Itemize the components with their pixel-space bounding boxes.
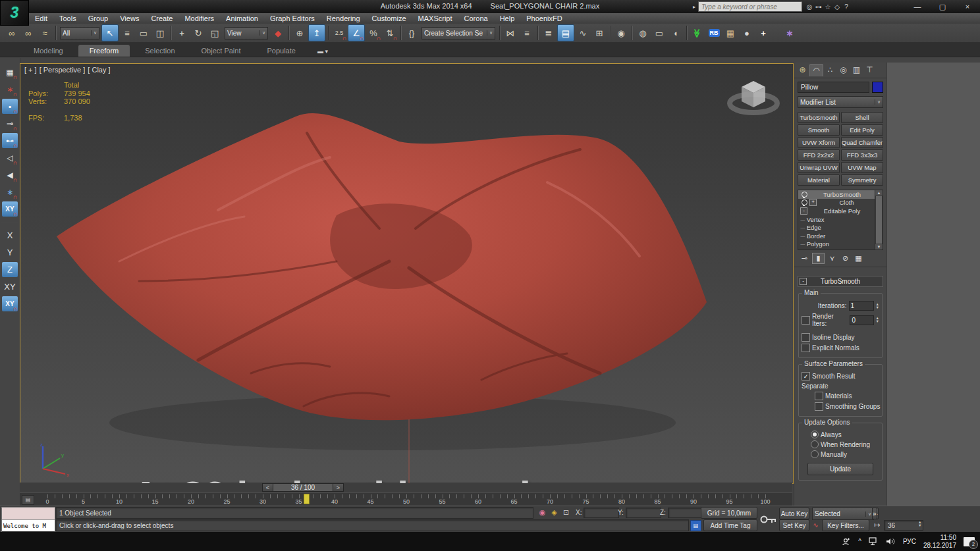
mirror-button[interactable]: ⋈ bbox=[503, 25, 518, 41]
modifier-list-dropdown[interactable]: Modifier List ∨ bbox=[798, 96, 883, 108]
x-coordinate-field[interactable] bbox=[584, 508, 619, 518]
snap-xy-plane-button[interactable]: XY∩ bbox=[2, 201, 18, 217]
menu-help[interactable]: Help bbox=[494, 13, 521, 24]
menu-rendering[interactable]: Rendering bbox=[321, 13, 366, 24]
tab-selection[interactable]: Selection bbox=[134, 45, 186, 57]
snap-face-center-button[interactable]: ◀∩ bbox=[2, 167, 18, 182]
manually-radio[interactable] bbox=[811, 450, 819, 458]
menu-modifiers[interactable]: Modifiers bbox=[178, 13, 220, 24]
select-and-link-button[interactable]: ∞ bbox=[4, 25, 20, 41]
people-icon[interactable] bbox=[842, 537, 851, 546]
stack-item-element[interactable]: ----Element bbox=[798, 248, 875, 250]
modifier-button-symmetry[interactable]: Symmetry bbox=[841, 174, 883, 186]
make-unique-icon[interactable]: ⋎ bbox=[827, 253, 838, 263]
lightbulb-icon[interactable] bbox=[802, 199, 807, 205]
material-editor-button[interactable]: ◉ bbox=[613, 25, 629, 41]
stack-item-border[interactable]: ----Border bbox=[798, 232, 875, 240]
bind-to-space-warp-button[interactable]: ≈ bbox=[37, 25, 53, 41]
plugin-sphere-button[interactable]: ● bbox=[739, 25, 755, 41]
clock[interactable]: 11:50 28.12.2017 bbox=[923, 534, 956, 550]
reference-coordinate-system-dropdown[interactable]: View∨ bbox=[225, 27, 268, 39]
scroll-thumb[interactable] bbox=[875, 196, 883, 244]
modifier-button-material[interactable]: Material bbox=[798, 174, 840, 186]
expand-icon[interactable]: - bbox=[800, 207, 807, 215]
use-pivot-point-center-button[interactable]: ◆ bbox=[270, 25, 286, 41]
key-mode-toggle-icon[interactable]: ↦ bbox=[872, 520, 882, 530]
time-slider[interactable]: < 36 / 100 > bbox=[262, 483, 344, 492]
update-button[interactable]: Update bbox=[807, 463, 873, 475]
language-indicator[interactable]: РУС bbox=[903, 538, 916, 545]
stack-scrollbar[interactable]: ▲ ▼ bbox=[875, 190, 883, 249]
plugin-chevrons-button[interactable]: ≫ bbox=[690, 25, 705, 41]
isoline-display-checkbox[interactable] bbox=[802, 333, 810, 342]
angle-snap-toggle-button[interactable]: ∠∩ bbox=[348, 24, 365, 41]
menu-tools[interactable]: Tools bbox=[53, 13, 82, 24]
selection-filter-dropdown[interactable]: All∨ bbox=[60, 27, 99, 39]
restore-button[interactable]: ▢ bbox=[930, 0, 955, 13]
snaps-toggle-button[interactable]: 2.5∩ bbox=[331, 25, 347, 41]
curve-editor-button[interactable]: ∿ bbox=[575, 25, 591, 41]
close-button[interactable]: × bbox=[955, 0, 980, 13]
application-menu-button[interactable]: 3 bbox=[0, 0, 29, 26]
grid-setting[interactable]: Grid = 10,0mm bbox=[701, 507, 757, 519]
snap-vertex-button[interactable]: ▪∩ bbox=[2, 99, 18, 114]
menu-edit[interactable]: Edit bbox=[29, 13, 53, 24]
tab-freeform[interactable]: Freeform bbox=[78, 45, 130, 57]
object-name-field[interactable]: Pillow bbox=[798, 82, 869, 93]
smooth-result-checkbox[interactable] bbox=[802, 372, 810, 380]
panel-tab-utilities[interactable]: ⊤ bbox=[863, 64, 876, 76]
menu-corona[interactable]: Corona bbox=[458, 13, 494, 24]
menu-graph-editors[interactable]: Graph Editors bbox=[264, 13, 321, 24]
ribbon-minimize-icon[interactable]: ▬ ▾ bbox=[317, 48, 328, 55]
explicit-normals-checkbox[interactable] bbox=[802, 344, 810, 352]
search-expand-icon[interactable]: ▸ bbox=[693, 4, 695, 10]
rollout-header[interactable]: - TurboSmooth bbox=[798, 276, 883, 287]
snap-midpoint-button[interactable]: ⊷∩ bbox=[2, 133, 18, 148]
mini-curve-editor-button[interactable]: ▤ bbox=[22, 495, 34, 505]
menu-views[interactable]: Views bbox=[114, 13, 145, 24]
modifier-button-edit-poly[interactable]: Edit Poly bbox=[841, 124, 883, 136]
stack-item-turbosmooth[interactable]: TurboSmooth bbox=[798, 190, 875, 199]
panel-tab-modify[interactable]: ◠ bbox=[809, 64, 823, 76]
macro-recorder-field[interactable] bbox=[2, 508, 55, 520]
rayfire-rb-button[interactable]: RB bbox=[706, 25, 722, 41]
panel-tab-create[interactable]: ⊛ bbox=[796, 64, 809, 76]
iterations-field[interactable]: 1 bbox=[849, 301, 874, 311]
always-radio[interactable] bbox=[811, 431, 819, 438]
viewport-menu-shading[interactable]: [ Clay ] bbox=[88, 66, 110, 74]
select-and-manipulate-button[interactable]: ⊕ bbox=[292, 25, 308, 41]
menu-group[interactable]: Group bbox=[82, 13, 115, 24]
maxscript-mini-listener[interactable]: Welcome to M bbox=[1, 507, 55, 533]
stack-item-editable-poly[interactable]: -Editable Poly bbox=[798, 207, 875, 215]
modifier-button-ffd-2x2x2[interactable]: FFD 2x2x2 bbox=[798, 149, 840, 161]
time-slider-value[interactable]: 36 / 100 bbox=[273, 483, 333, 492]
lightbulb-icon[interactable] bbox=[802, 192, 807, 197]
modifier-button-uvw-map[interactable]: UVW Map bbox=[841, 162, 883, 173]
select-object-button[interactable]: ↖ bbox=[101, 24, 119, 41]
plugin-add-button[interactable]: + bbox=[755, 25, 771, 41]
stack-item-vertex[interactable]: ----Vertex bbox=[798, 215, 875, 224]
materials-checkbox[interactable] bbox=[815, 392, 823, 400]
time-slider-track[interactable]: < 36 / 100 > bbox=[20, 483, 792, 493]
menu-customize[interactable]: Customize bbox=[366, 13, 412, 24]
render-setup-button[interactable]: ◍ bbox=[635, 25, 651, 41]
select-and-rotate-button[interactable]: ↻ bbox=[190, 25, 206, 41]
snap-face-button[interactable]: ◁∩ bbox=[2, 150, 18, 165]
modifier-button-shell[interactable]: Shell bbox=[841, 112, 883, 123]
edit-named-selection-sets-button[interactable]: {} bbox=[404, 25, 420, 41]
select-by-name-button[interactable]: ≡ bbox=[119, 25, 135, 41]
viewport[interactable]: [ + ] [ Perspective ] [ Clay ] Total Pol… bbox=[20, 63, 794, 484]
modifier-button-quad-chamfer[interactable]: Quad Chamfer bbox=[841, 137, 883, 148]
axis-constraint-z-button[interactable]: Z bbox=[2, 262, 18, 277]
z-coordinate-field[interactable] bbox=[668, 508, 703, 518]
stack-item-cloth[interactable]: +Cloth bbox=[798, 199, 875, 207]
axis-constraint-y-button[interactable]: Y bbox=[2, 245, 18, 260]
remove-modifier-icon[interactable]: ⊘ bbox=[840, 253, 851, 263]
time-slider-prev-button[interactable]: < bbox=[262, 483, 273, 492]
default-in-out-tangent-icon[interactable]: ∿ bbox=[811, 520, 821, 530]
panel-tab-motion[interactable]: ◎ bbox=[837, 64, 850, 76]
plugin-building-button[interactable]: ▦ bbox=[722, 25, 738, 41]
select-and-move-button[interactable]: + bbox=[174, 25, 190, 41]
y-coordinate-field[interactable] bbox=[626, 508, 661, 518]
sign-in-icon[interactable]: ◇ bbox=[832, 3, 842, 11]
